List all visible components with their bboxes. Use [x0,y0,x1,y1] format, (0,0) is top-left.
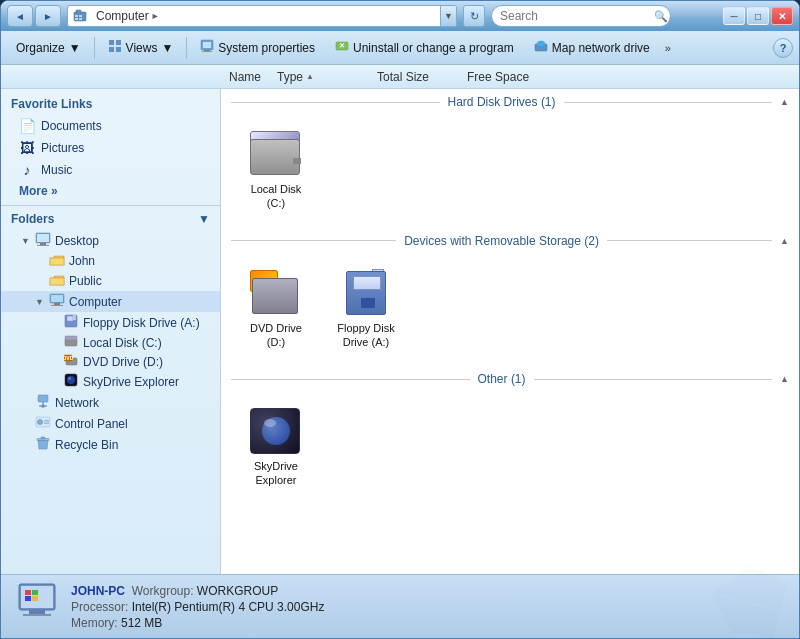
tree-john[interactable]: John [1,251,220,271]
svg-rect-8 [109,47,114,52]
folders-header[interactable]: Folders ▼ [1,205,220,230]
hard-disk-section-header[interactable]: Hard Disk Drives (1) ▲ [221,89,799,115]
tree-desktop[interactable]: ▼ Desktop [1,230,220,251]
svg-rect-26 [51,295,63,302]
sidebar-item-documents[interactable]: 📄 Documents [1,115,220,137]
address-bar-icon [71,7,89,25]
tree-dvd[interactable]: DVD DVD Drive (D:) [1,352,220,371]
title-bar-left: ◄ ► Computer ► [7,5,671,27]
col-type[interactable]: Type ▲ [269,65,369,88]
refresh-button[interactable]: ↻ [463,5,485,27]
svg-rect-30 [67,316,73,321]
svg-rect-11 [203,42,211,48]
search-input[interactable] [500,9,650,23]
tree-network[interactable]: Network [1,392,220,413]
close-button[interactable]: ✕ [771,7,793,25]
sidebar-more[interactable]: More » [1,181,220,201]
svg-rect-5 [79,18,82,20]
toolbar: Organize ▼ Views ▼ [1,31,799,65]
organize-label: Organize [16,41,65,55]
status-workgroup-value: WORKGROUP [197,584,278,598]
tree-computer[interactable]: ▼ Computer [1,291,220,312]
help-button[interactable]: ? [773,38,793,58]
toolbar-more[interactable]: » [661,39,675,57]
system-properties-icon [200,39,214,56]
status-line2: Processor: Intel(R) Pentium(R) 4 CPU 3.0… [71,600,324,614]
col-name[interactable]: Name [221,65,269,88]
toolbar-separator-2 [186,37,187,59]
removable-section-header[interactable]: Devices with Removable Storage (2) ▲ [221,228,799,254]
svg-rect-24 [50,278,64,285]
skydrive-tree-icon [63,373,79,390]
svg-rect-9 [116,47,121,52]
network-icon [35,394,51,411]
floppy-icon [344,269,388,315]
sidebar-item-pictures[interactable]: 🖼 Pictures [1,137,220,159]
floppy-body [346,271,386,315]
svg-rect-28 [51,305,63,306]
tree-recycle-bin[interactable]: Recycle Bin [1,434,220,455]
status-processor-value: Intel(R) Pentium(R) 4 CPU 3.00GHz [132,600,325,614]
john-icon [49,253,65,269]
tree-floppy[interactable]: Floppy Disk Drive (A:) [1,312,220,333]
floppy-tree-label: Floppy Disk Drive (A:) [83,316,200,330]
skydrive-sphere [262,417,290,445]
svg-rect-33 [65,336,77,340]
dvd-icon-container: DVD [246,266,306,318]
address-text: Computer [96,9,149,23]
search-bar[interactable]: 🔍 [491,5,671,27]
other-collapse[interactable]: ▲ [780,374,789,384]
dvd-drive-item[interactable]: DVD DVD Drive(D:) [236,259,316,357]
skydrive-item[interactable]: SkyDrive Explorer [236,397,316,495]
status-computer-name: JOHN-PC [71,584,125,598]
removable-line-left [231,240,396,241]
dvd-icon: DVD [250,270,302,314]
system-properties-button[interactable]: System properties [191,35,324,61]
minimize-button[interactable]: ─ [723,7,745,25]
address-bar[interactable]: Computer ► ▼ [67,5,457,27]
tree-public[interactable]: Public [1,271,220,291]
svg-rect-40 [38,395,48,402]
forward-button[interactable]: ► [35,5,61,27]
other-section-header[interactable]: Other (1) ▲ [221,366,799,392]
uninstall-button[interactable]: ✕ Uninstall or change a program [326,35,523,61]
col-total-size[interactable]: Total Size [369,65,459,88]
maximize-button[interactable]: □ [747,7,769,25]
svg-rect-22 [37,245,49,246]
tree-control-panel[interactable]: Control Panel [1,413,220,434]
svg-rect-13 [202,51,212,52]
tree-local-disk[interactable]: Local Disk (C:) [1,333,220,352]
svg-rect-3 [79,15,82,17]
dvd-tree-icon: DVD [63,354,79,369]
dvd-tree-label: DVD Drive (D:) [83,355,163,369]
back-button[interactable]: ◄ [7,5,33,27]
status-bar: JOHN-PC Workgroup: WORKGROUP Processor: … [1,574,799,638]
hard-disk-line-right [564,102,773,103]
hard-disk-items: Local Disk(C:) [221,115,799,228]
content-area: Hard Disk Drives (1) ▲ Local Disk(C:) [221,89,799,574]
organize-button[interactable]: Organize ▼ [7,35,90,61]
hard-disk-collapse[interactable]: ▲ [780,97,789,107]
svg-rect-54 [25,590,31,595]
network-label: Network [55,396,99,410]
removable-collapse[interactable]: ▲ [780,236,789,246]
floppy-drive-item[interactable]: Floppy DiskDrive (A:) [326,259,406,357]
status-memory-label: Memory: [71,616,121,630]
map-drive-button[interactable]: 🌐 Map network drive [525,35,659,61]
svg-text:DVD: DVD [64,355,74,361]
views-button[interactable]: Views ▼ [99,35,183,61]
pictures-label: Pictures [41,141,84,155]
removable-label: Devices with Removable Storage (2) [404,234,599,248]
tree-skydrive[interactable]: SkyDrive Explorer [1,371,220,392]
search-icon[interactable]: 🔍 [654,10,668,23]
address-dropdown[interactable]: ▼ [440,6,456,26]
title-bar: ◄ ► Computer ► [1,1,799,31]
system-properties-label: System properties [218,41,315,55]
sidebar-item-music[interactable]: ♪ Music [1,159,220,181]
local-disk-tree-label: Local Disk (C:) [83,336,162,350]
public-icon [49,273,65,289]
local-disk-item[interactable]: Local Disk(C:) [236,120,316,218]
hdd-body [250,139,300,175]
col-free-space[interactable]: Free Space [459,65,549,88]
hard-disk-line-left [231,102,440,103]
